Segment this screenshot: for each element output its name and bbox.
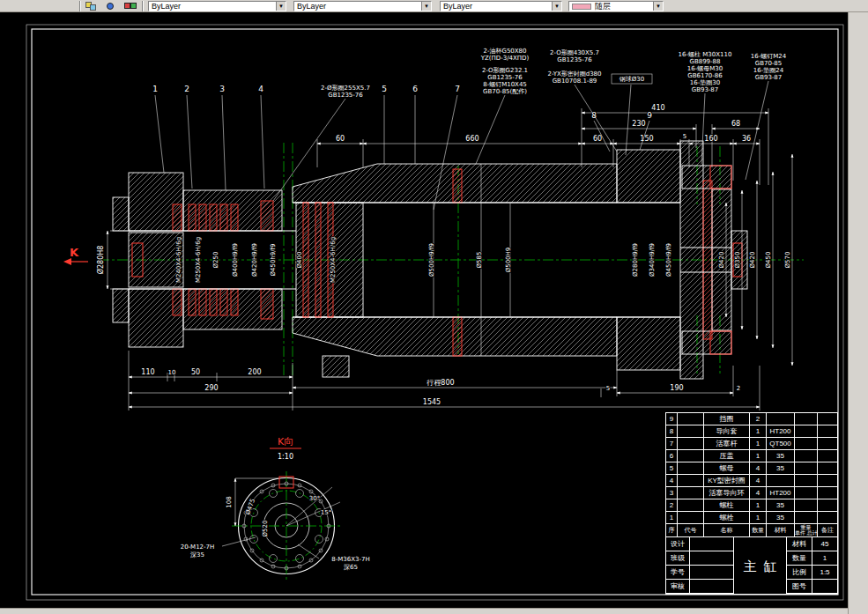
col-weight: 重量单件 总计 [795, 524, 818, 536]
callout-stud-m30-l5: 16-垫圈30 [690, 79, 720, 86]
table-row: 5螺母435 [666, 462, 837, 475]
dim-36: 36 [742, 135, 751, 143]
dim-110: 110 [141, 368, 154, 376]
color-picker-icon[interactable] [123, 1, 139, 11]
color-swatch [572, 4, 591, 10]
dim-rot-0: M240X4-6H/6g [175, 237, 182, 283]
callout-yx-seal-l2: GB10708.1-89 [553, 78, 597, 85]
table-row: 3活塞导向环4HT200 [666, 487, 837, 499]
callout-steel-ball: 钢球Ø30 [619, 76, 644, 83]
balloon-5: 5 [382, 85, 387, 93]
right-scroll-area[interactable] [848, 12, 868, 614]
dim-rot-18: Ø570 [784, 252, 791, 269]
dim-rot-16: Ø420 [749, 252, 756, 269]
dim-290: 290 [204, 384, 218, 392]
dim-rot-11: Ø280H9/f9 [632, 243, 639, 277]
dim-230: 230 [632, 120, 645, 128]
col-material: 材料 [767, 524, 795, 536]
dim-60a: 60 [336, 135, 345, 143]
value-scale: 1:5 [812, 566, 837, 580]
dim-1545: 1545 [423, 398, 441, 406]
label-design: 设计 [666, 537, 690, 551]
dim-68: 68 [731, 120, 740, 128]
dim-rot-6: Ø400 [296, 252, 303, 269]
dim-5b: 5 [606, 385, 610, 392]
dim-200: 200 [248, 368, 261, 376]
dim-410: 410 [651, 104, 664, 112]
balloon-6: 6 [412, 85, 418, 93]
callout-screw-m24-l2: GB70-85 [755, 60, 783, 67]
layer-combo[interactable]: ByLayer ▼ [148, 1, 286, 11]
detail-scale: 1:10 [278, 453, 293, 461]
callout-oilcup-l2: YZ(ΠD-3/4XΠD) [480, 55, 530, 62]
detail-view-k: K向 1:10 [181, 436, 370, 581]
color-combo-value: 随层 [595, 2, 611, 11]
toolbar-separator2 [142, 1, 144, 11]
value-material: 45 [812, 537, 837, 551]
col-notes: 备注 [818, 524, 837, 536]
dim-660: 660 [465, 135, 479, 143]
callout-screw-m24-l4: GB93-87 [755, 74, 783, 81]
object-properties-toolbar: ByLayer ▼ ByLayer ▼ ByLayer ▼ 随层 ▼ [0, 0, 868, 12]
layer-combo-value: ByLayer [152, 2, 181, 11]
label-check: 审核 [666, 580, 690, 594]
callout-screw-m24-l1: 16-螺钉M24 [751, 53, 787, 60]
dim-150: 150 [640, 135, 653, 143]
dim-190: 190 [670, 384, 683, 392]
dim-rot-17: Ø450 [765, 252, 772, 269]
table-row: 7活塞杆1QT500 [666, 438, 837, 450]
linetype-combo[interactable]: ByLayer ▼ [293, 1, 432, 11]
callout-oring-232-l1: 2-O形圈G232.1 [482, 67, 528, 74]
dim-rot-14: Ø420 [718, 252, 725, 269]
color-combo[interactable]: 随层 ▼ [568, 1, 664, 11]
label-material: 材料 [787, 537, 812, 551]
detail-hole8-label: 8-M36X3-7H [331, 556, 369, 563]
dim-rot-7: M250X4-6H/6g [330, 237, 337, 283]
layer-states-glyph [107, 3, 114, 10]
toolbar-separator [79, 1, 81, 11]
dim-rot-4: Ø420H9/f9 [251, 243, 258, 277]
callout-oring-255-l1: 2-Ø形圈255X5.7 [321, 85, 370, 92]
bottom-scroll-area[interactable] [0, 608, 848, 614]
callout-screw-m10-l2: GB70-85(配作) [483, 88, 527, 95]
layers-icon-glyph2 [90, 4, 96, 11]
balloon-3: 3 [219, 85, 225, 93]
dim-5: 5 [683, 133, 686, 140]
callout-oilcup-l1: 2-油杯G50X80 [483, 48, 526, 55]
table-row: 9挡圈2 [666, 413, 837, 425]
detail-hole8-depth: 深65 [344, 564, 358, 571]
callout-screw-m24-l3: 16-垫圈24 [753, 67, 784, 74]
balloon-4: 4 [258, 85, 263, 93]
col-qty: 数量 [750, 524, 767, 536]
callout-oring-430-l1: 2-O形圈430X5.7 [550, 49, 599, 56]
chevron-down-icon[interactable]: ▼ [276, 2, 286, 11]
callout-stud-m30-l6: GB93-87 [692, 86, 719, 93]
dim-stroke-800: 行程800 [426, 379, 454, 387]
callout-oring-232-l2: GB1235-76 [487, 74, 523, 81]
lineweight-combo-value: ByLayer [443, 2, 472, 11]
chevron-down-icon[interactable]: ▼ [552, 2, 561, 11]
balloon-1: 1 [152, 85, 158, 93]
layers-icon[interactable] [85, 1, 100, 11]
chevron-down-icon[interactable]: ▼ [421, 2, 431, 11]
main-view [99, 141, 804, 379]
detail-dim-520: Ø520 [262, 521, 269, 537]
callout-oring-430-l2: GB1235-76 [557, 56, 592, 63]
col-name: 名称 [704, 524, 750, 536]
dim-2: 2 [737, 385, 740, 392]
dim-d280h8: Ø280H8 [96, 246, 105, 275]
detail-hole20-label: 20-M12-7H [181, 544, 215, 551]
table-row: 8导向套1HT200 [666, 425, 837, 438]
layer-states-icon[interactable] [104, 1, 120, 11]
table-row: 4KY型密封圈4 [666, 475, 837, 487]
dim-rot-1: M250X4-6H/6g [195, 237, 202, 283]
lineweight-combo[interactable]: ByLayer ▼ [440, 1, 562, 11]
callout-stud-m30-l1: 16-螺柱 M30X110 [679, 51, 732, 58]
col-code: 代号 [678, 524, 704, 536]
dim-rot-8: Ø500H9/f9 [428, 243, 435, 277]
chevron-down-icon[interactable]: ▼ [653, 2, 663, 11]
detail-angle-30: 30° [309, 495, 320, 502]
bom-table: 9挡圈2 8导向套1HT200 7活塞杆1QT500 6压盖135 5螺母435… [665, 412, 838, 595]
callout-stud-m30-l4: GB6170-86 [687, 72, 723, 79]
dim-rot-2: Ø250 [212, 252, 219, 269]
